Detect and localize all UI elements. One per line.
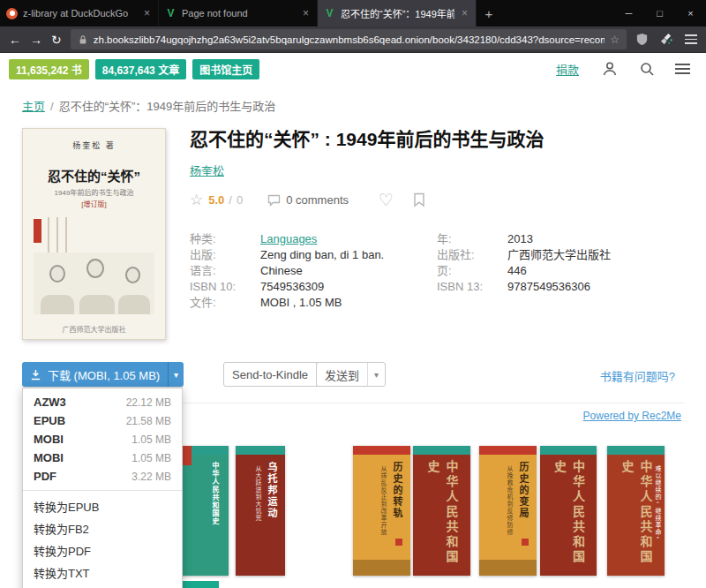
zlibrary-book-page: 11,635,242 书 84,637,643 文章 图书馆主页 捐款 主页/忍…	[0, 53, 706, 588]
download-label: 下载 (MOBI, 1.05 MB)	[48, 366, 160, 383]
menu-item-convert[interactable]: 转换为PDF	[23, 539, 182, 562]
rating-row: ☆ 5.0 / 0 0 comments ♡	[190, 192, 688, 208]
comment-icon	[267, 194, 281, 207]
caret-down-icon[interactable]: ▾	[367, 363, 385, 386]
cover-publisher-line: 广西师范大学出版社	[23, 324, 165, 334]
url-text: zh.bookszlibb74ugqojhzhg2a63w5i2atv5bqar…	[94, 34, 605, 45]
recommended-book-cover[interactable]: 中华人民共和国史 难以继续的“继续革命”	[607, 446, 665, 576]
menu-item-convert[interactable]: 转换为RTF	[23, 584, 182, 588]
tab-title: z-library at DuckDuckGo	[23, 8, 137, 19]
tab-page-not-found[interactable]: Page not found ×	[159, 0, 318, 26]
zlibrary-favicon-icon	[324, 8, 335, 19]
menu-item-format[interactable]: PDF3.22 MB	[23, 467, 182, 486]
recommended-book-cover[interactable]: 乌托邦运动 从大跃进到大饥荒	[236, 446, 285, 576]
cover-subtitle: 1949年前后的书生与政治	[23, 187, 165, 197]
tab-book-active[interactable]: 忍不住的“关怀”：1949年前后... ×	[318, 0, 477, 26]
tab-title: 忍不住的“关怀”：1949年前后...	[341, 6, 454, 20]
back-button[interactable]: ←	[9, 34, 21, 46]
search-icon[interactable]	[639, 61, 655, 77]
meta-row-publisher: 出版社:广西师范大学出版社	[437, 247, 684, 263]
recommended-book-cover[interactable]: 中华人民共和国史	[179, 446, 229, 576]
menu-item-format[interactable]: EPUB21.58 MB	[23, 411, 182, 430]
partial-section-badge	[179, 581, 219, 588]
meta-row-pages: 页:446	[437, 263, 684, 279]
cover-edition: [增订版]	[23, 199, 165, 208]
books-count-badge[interactable]: 11,635,242 书	[9, 59, 89, 79]
cover-illustration	[34, 253, 154, 314]
menu-item-format[interactable]: MOBI1.05 MB	[23, 449, 182, 467]
zlibrary-favicon-icon	[165, 8, 176, 19]
comments-link[interactable]: 0 comments	[267, 193, 349, 207]
profile-icon[interactable]	[601, 60, 619, 78]
author-link[interactable]: 杨奎松	[190, 162, 224, 178]
shield-icon[interactable]	[635, 33, 649, 46]
meta-row-file: 文件:MOBI , 1.05 MB	[190, 295, 437, 311]
star-icon[interactable]: ☆	[190, 192, 203, 207]
lock-icon	[78, 34, 88, 45]
menu-item-convert[interactable]: 转换为FB2	[23, 517, 182, 539]
metadata-right-column: 年:2013 出版社:广西师范大学出版社 页:446 ISBN 13:97875…	[437, 231, 684, 311]
powered-by-link[interactable]: Powered by Rec2Me	[583, 410, 681, 422]
navbar-extension-icons	[635, 33, 697, 46]
new-tab-button[interactable]: +	[477, 0, 501, 26]
cover-author-line: 杨奎松 著	[23, 139, 165, 151]
tab-close-icon[interactable]: ×	[460, 7, 469, 19]
send-to-button[interactable]: 发送到 ▾	[316, 362, 386, 387]
download-icon	[30, 369, 41, 381]
meta-row-year: 年:2013	[437, 231, 684, 247]
bookmark-icon[interactable]	[413, 192, 425, 207]
browser-menu-icon[interactable]	[685, 34, 697, 44]
recommended-book-cover[interactable]: 中华人民共和国史	[540, 446, 597, 576]
tab-duckduckgo-search[interactable]: z-library at DuckDuckGo ×	[0, 0, 159, 26]
library-home-badge[interactable]: 图书馆主页	[192, 59, 259, 79]
maximize-button[interactable]: □	[644, 0, 675, 26]
page-title: 忍不住的“关怀” : 1949年前后的书生与政治	[190, 128, 688, 151]
favorite-heart-icon[interactable]: ♡	[379, 192, 394, 208]
menu-item-format[interactable]: AZW322.12 MB	[23, 393, 182, 411]
book-metadata: 种类:Languages 出版:Zeng ding ban, di 1 ban.…	[190, 231, 688, 311]
download-options-toggle[interactable]: ▾	[168, 362, 184, 387]
menu-item-convert[interactable]: 转换为EPUB	[23, 495, 182, 517]
download-button[interactable]: 下载 (MOBI, 1.05 MB)	[22, 362, 168, 387]
address-bar[interactable]: zh.bookszlibb74ugqojhzhg2a63w5i2atv5bqar…	[71, 29, 627, 49]
menu-item-format[interactable]: MOBI1.05 MB	[23, 430, 182, 449]
cover-seal-decoration	[522, 539, 529, 546]
browser-navbar: ← → ↻ zh.bookszlibb74ugqojhzhg2a63w5i2at…	[0, 26, 706, 53]
report-problem-link[interactable]: 书籍有问题吗?	[600, 367, 675, 384]
book-cover[interactable]: 杨奎松 著 忍不住的“关怀” 1949年前后的书生与政治 [增订版] 广西师范大…	[22, 128, 166, 340]
articles-count-badge[interactable]: 84,637,643 文章	[95, 59, 186, 79]
minimize-button[interactable]: ─	[613, 0, 644, 26]
comments-label: 0 comments	[286, 193, 349, 207]
duckduckgo-favicon-icon	[6, 8, 18, 19]
cover-title: 忍不住的“关怀”	[23, 166, 165, 185]
donate-link[interactable]: 捐款	[556, 61, 579, 78]
breadcrumb-separator: /	[50, 100, 54, 113]
tab-close-icon[interactable]: ×	[142, 7, 152, 19]
metadata-left-column: 种类:Languages 出版:Zeng ding ban, di 1 ban.…	[190, 231, 437, 311]
recommended-book-cover[interactable]: 历史的变局 从挽救危机到反修防修	[479, 446, 537, 576]
breadcrumb: 主页/忍不住的“关怀”：1949年前后的书生与政治	[22, 97, 275, 114]
refresh-button[interactable]: ↻	[51, 34, 62, 46]
browser-titlebar: z-library at DuckDuckGo × Page not found…	[0, 0, 706, 26]
recommended-book-cover[interactable]: 历史的转轨 从拨乱反正到改革开放	[353, 446, 410, 576]
window-controls: ─ □ ×	[613, 0, 706, 26]
breadcrumb-home-link[interactable]: 主页	[22, 100, 45, 113]
bookmark-star-icon[interactable]: ☆	[610, 34, 620, 46]
cover-seal-decoration	[34, 219, 41, 243]
recommended-book-cover[interactable]: 中华人民共和国史	[413, 446, 470, 576]
broom-icon[interactable]	[660, 33, 673, 46]
rating-separator: /	[229, 193, 232, 207]
cover-seal-decoration	[395, 539, 402, 546]
caret-down-icon: ▾	[174, 370, 178, 380]
site-header: 11,635,242 书 84,637,643 文章 图书馆主页 捐款	[0, 53, 706, 85]
forward-button[interactable]: →	[30, 34, 42, 46]
meta-row-isbn10: ISBN 10:7549536309	[190, 279, 437, 295]
meta-row-language: 语言:Chinese	[190, 263, 437, 279]
categories-link[interactable]: Languages	[260, 231, 317, 247]
meta-row-isbn13: ISBN 13:9787549536306	[437, 279, 684, 295]
menu-item-convert[interactable]: 转换为TXT	[23, 562, 182, 584]
tab-close-icon[interactable]: ×	[301, 7, 311, 19]
site-menu-icon[interactable]	[675, 64, 690, 74]
menu-divider	[23, 490, 182, 491]
close-window-button[interactable]: ×	[675, 0, 706, 26]
